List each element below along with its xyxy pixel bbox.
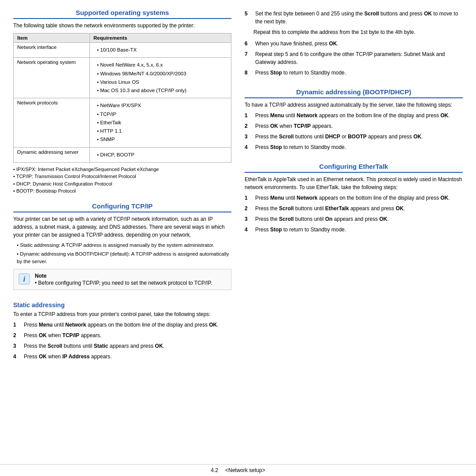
footnote-3: • DHCP: Dynamic Host Configuration Proto… bbox=[13, 181, 231, 187]
bullet-dynamic: Dynamic addressing via BOOTP/DHCP (defau… bbox=[17, 250, 231, 266]
section-tcpip: Configuring TCP/IP Your printer can be s… bbox=[13, 202, 231, 294]
step-num: 3 bbox=[13, 342, 20, 350]
estep-1: 1 Press Menu until Network appears on th… bbox=[245, 194, 463, 202]
page: Supported operating systems The followin… bbox=[0, 0, 476, 476]
static-addressing-title: Static addressing bbox=[13, 301, 231, 309]
estep-2: 2 Press the Scroll buttons until EtherTa… bbox=[245, 205, 463, 212]
step-text: Press Menu until Network appears on the … bbox=[24, 321, 219, 329]
col-header-requirements: Requirements bbox=[89, 33, 231, 43]
os-table: Item Requirements Network interface 10/1… bbox=[13, 33, 231, 163]
estep-3: 3 Press the Scroll buttons until On appe… bbox=[245, 215, 463, 223]
dstep-1: 1 Press Menu until Network appears on th… bbox=[245, 112, 463, 119]
step-text: Press OK when IP Address appears. bbox=[24, 353, 112, 361]
step-text: Press the Scroll buttons until Static ap… bbox=[24, 342, 164, 350]
table-row: Dynamic addressing server DHCP, BOOTP bbox=[14, 147, 231, 162]
section-dynamic-addressing: Dynamic addressing (BOOTP/DHCP) To have … bbox=[245, 88, 463, 154]
estep-4: 4 Press Stop to return to Standby mode. bbox=[245, 226, 463, 234]
section-title-tcpip: Configuring TCP/IP bbox=[13, 202, 231, 212]
step-8: 8 Press Stop to return to Standby mode. bbox=[245, 69, 463, 77]
step-text: Press OK when TCP/IP appears. bbox=[24, 331, 101, 339]
step-text: When you have finished, press OK. bbox=[255, 40, 338, 48]
col-header-item: Item bbox=[14, 33, 90, 43]
item-cell: Dynamic addressing server bbox=[14, 147, 90, 162]
dynamic-steps: 1 Press Menu until Network appears on th… bbox=[245, 112, 463, 151]
right-column: 5 Set the first byte between 0 and 255 u… bbox=[245, 9, 463, 460]
step-5-sub: Repeat this to complete the address from… bbox=[253, 28, 463, 36]
table-row: Network protocols NetWare IPX/SPX TCP/IP… bbox=[14, 98, 231, 147]
footer-page-num: 4.2 bbox=[211, 467, 218, 473]
footnote-1: • IPX/SPX: Internet Packet eXchange/Sequ… bbox=[13, 166, 231, 173]
step-text: Press the Scroll buttons until DHCP or B… bbox=[255, 133, 423, 141]
req-cell: DHCP, BOOTP bbox=[89, 147, 231, 162]
dstep-4: 4 Press Stop to return to Standby mode. bbox=[245, 143, 463, 151]
item-cell: Network protocols bbox=[14, 98, 90, 147]
step-num: 2 bbox=[245, 122, 252, 130]
section-supported-os: Supported operating systems The followin… bbox=[13, 9, 231, 198]
req-cell: 10/100 Base-TX bbox=[89, 43, 231, 58]
content-area: Supported operating systems The followin… bbox=[0, 0, 476, 464]
step-num: 1 bbox=[245, 112, 252, 119]
item-cell: Network operating system bbox=[14, 58, 90, 98]
step-num: 1 bbox=[13, 321, 20, 329]
dstep-3: 3 Press the Scroll buttons until DHCP or… bbox=[245, 133, 463, 141]
steps-continued: 5 Set the first byte between 0 and 255 u… bbox=[245, 10, 463, 79]
tcpip-intro: Your printer can be set up with a variet… bbox=[13, 215, 231, 239]
step-text: Set the first byte between 0 and 255 usi… bbox=[255, 10, 463, 26]
note-icon: i bbox=[18, 273, 30, 285]
step-text: Press Stop to return to Standby mode. bbox=[255, 226, 346, 234]
note-svg-icon: i bbox=[18, 273, 30, 285]
ethertalk-intro: EtherTalk is AppleTalk used in an Ethern… bbox=[245, 175, 463, 191]
step-text: Press Stop to return to Standby mode. bbox=[255, 69, 346, 77]
dstep-2: 2 Press OK when TCP/IP appears. bbox=[245, 122, 463, 130]
req-cell: Novell NetWare 4.x, 5.x, 6.x Windows 98/… bbox=[89, 58, 231, 98]
section-title-os: Supported operating systems bbox=[13, 9, 231, 19]
section-ethertalk: Configuring EtherTalk EtherTalk is Apple… bbox=[245, 163, 463, 236]
step-text: Press the Scroll buttons until EtherTalk… bbox=[255, 205, 405, 212]
step-2: 2 Press OK when TCP/IP appears. bbox=[13, 331, 231, 339]
step-num: 4 bbox=[13, 353, 20, 361]
item-cell: Network interface bbox=[14, 43, 90, 58]
bullet-static: Static addressing: A TCP/IP address is a… bbox=[17, 242, 231, 249]
svg-text:i: i bbox=[23, 275, 26, 283]
footnote-4: • BOOTP: Bootstrap Protocol bbox=[13, 188, 231, 194]
step-num: 7 bbox=[245, 50, 252, 66]
step-text: Press Stop to return to Standby mode. bbox=[255, 143, 346, 151]
section-title-ethertalk: Configuring EtherTalk bbox=[245, 163, 463, 173]
note-content: Note • Before configuring TCP/IP, you ne… bbox=[35, 273, 227, 286]
static-intro: To enter a TCP/IP address from your prin… bbox=[13, 310, 231, 318]
step-4: 4 Press OK when IP Address appears. bbox=[13, 353, 231, 361]
static-steps: 1 Press Menu until Network appears on th… bbox=[13, 321, 231, 361]
left-column: Supported operating systems The followin… bbox=[13, 9, 231, 460]
dynamic-intro: To have a TCP/IP address assigned automa… bbox=[245, 101, 463, 109]
step-num: 5 bbox=[245, 10, 252, 26]
step-text: Repeat step 5 and 6 to configure the oth… bbox=[255, 50, 463, 66]
step-1: 1 Press Menu until Network appears on th… bbox=[13, 321, 231, 329]
step-num: 8 bbox=[245, 69, 252, 77]
tcpip-bullets: Static addressing: A TCP/IP address is a… bbox=[17, 242, 231, 265]
note-label: Note bbox=[35, 273, 227, 279]
step-num: 2 bbox=[245, 205, 252, 212]
footnotes: • IPX/SPX: Internet Packet eXchange/Sequ… bbox=[13, 166, 231, 195]
step-num: 4 bbox=[245, 143, 252, 151]
step-text: Press OK when TCP/IP appears. bbox=[255, 122, 333, 130]
step-3: 3 Press the Scroll buttons until Static … bbox=[13, 342, 231, 350]
step-text: Press the Scroll buttons until On appear… bbox=[255, 215, 389, 223]
section-static-addressing: Static addressing To enter a TCP/IP addr… bbox=[13, 298, 231, 363]
page-footer: 4.2 <Network setup> bbox=[0, 464, 476, 476]
table-row: Network operating system Novell NetWare … bbox=[14, 58, 231, 98]
ethertalk-steps: 1 Press Menu until Network appears on th… bbox=[245, 194, 463, 234]
step-num: 3 bbox=[245, 133, 252, 141]
section-title-dynamic: Dynamic addressing (BOOTP/DHCP) bbox=[245, 88, 463, 98]
table-row: Network interface 10/100 Base-TX bbox=[14, 43, 231, 58]
req-cell: NetWare IPX/SPX TCP/IP EtherTalk HTTP 1.… bbox=[89, 98, 231, 147]
step-text: Press Menu until Network appears on the … bbox=[255, 112, 450, 119]
note-text: • Before configuring TCP/IP, you need to… bbox=[35, 280, 212, 286]
step-5: 5 Set the first byte between 0 and 255 u… bbox=[245, 10, 463, 26]
footer-label: <Network setup> bbox=[225, 467, 265, 473]
step-num: 2 bbox=[13, 331, 20, 339]
note-box: i Note • Before configuring TCP/IP, you … bbox=[13, 269, 231, 290]
step-num: 1 bbox=[245, 194, 252, 202]
step-num: 4 bbox=[245, 226, 252, 234]
step-num: 3 bbox=[245, 215, 252, 223]
os-intro: The following table shows the network en… bbox=[13, 22, 231, 30]
